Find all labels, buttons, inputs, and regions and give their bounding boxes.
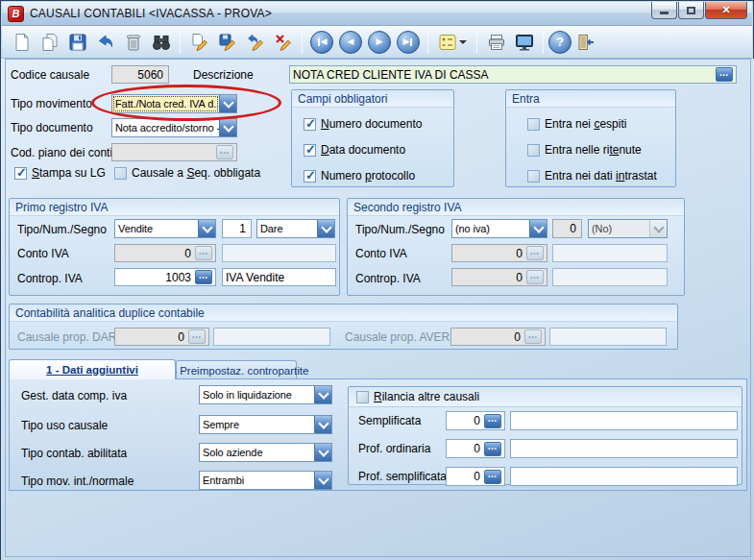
- nav-next-button[interactable]: [368, 31, 391, 54]
- selected-value: (No): [589, 220, 649, 237]
- stampa-su-lg-checkbox[interactable]: Stampa su LG: [14, 166, 106, 180]
- gest-data-comp-iva-select[interactable]: Solo in liquidazione: [199, 385, 332, 404]
- descrizione-value: NOTA CRED CLIENTE IVA DI CASSA: [293, 68, 714, 82]
- descrizione-field[interactable]: NOTA CRED CLIENTE IVA DI CASSA: [289, 65, 737, 84]
- group-title: Contabilità analitica duplice contabile: [10, 304, 677, 322]
- controp-iva-label: Controp. IVA: [17, 272, 83, 285]
- print-preview-button[interactable]: [510, 29, 538, 56]
- prof-semplificata-field[interactable]: 0: [446, 467, 505, 486]
- checkbox-label: Entra nei cespiti: [545, 117, 626, 131]
- toolbar-separator: [180, 31, 181, 54]
- primo-tipo-select[interactable]: Vendite: [114, 219, 216, 238]
- secondo-tipo-select[interactable]: (no iva): [451, 219, 547, 238]
- rilancia-group: Rilancia altre causali Semplificata 0 Pr…: [348, 386, 742, 485]
- causale-dare-field: 0: [114, 328, 209, 346]
- edit-delete-button[interactable]: [269, 29, 297, 56]
- tipo-documento-value: Nota accredito/storno -: [112, 119, 219, 136]
- tipo-num-segno-label: Tipo/Num./Segno: [355, 223, 445, 236]
- campi-obbligatori-group: Campi obbligatori Numero documento Data …: [291, 89, 454, 187]
- checkbox-box: [114, 167, 127, 180]
- causale-avere-field: 0: [450, 328, 546, 346]
- edit-undo-icon: [246, 33, 265, 52]
- checkbox-label: Entra nei dati intrastat: [545, 169, 657, 183]
- entra-intrastat-checkbox[interactable]: Entra nei dati intrastat: [527, 169, 657, 183]
- semplificata-field[interactable]: 0: [446, 411, 505, 430]
- tipo-mov-int-normale-select[interactable]: Entrambi: [199, 471, 332, 490]
- save-button[interactable]: [63, 29, 91, 56]
- checkbox-label: Data documento: [321, 143, 405, 157]
- lookup-dots-button[interactable]: [484, 442, 501, 456]
- primo-controp-field[interactable]: 1003: [114, 268, 216, 286]
- nav-last-icon: [403, 37, 410, 46]
- tab-dati-aggiuntivi[interactable]: 1 - Dati aggiuntivi: [9, 359, 176, 379]
- nav-first-button[interactable]: [310, 31, 333, 54]
- selected-value: Dare: [257, 220, 317, 237]
- checkbox-box: [304, 118, 316, 131]
- list-options-button[interactable]: [433, 29, 472, 56]
- prof-ordinaria-field[interactable]: 0: [446, 439, 505, 458]
- causale-avere-label: Causale prop. AVERE: [345, 330, 457, 344]
- data-documento-checkbox[interactable]: Data documento: [304, 143, 405, 157]
- tipo-contab-abilitata-select[interactable]: Solo aziende: [199, 443, 332, 462]
- chevron-down-icon: [649, 220, 667, 237]
- chevron-down-icon: [459, 40, 467, 44]
- print-button[interactable]: [482, 29, 510, 56]
- selected-value: Solo aziende: [200, 444, 314, 461]
- copy-button[interactable]: [36, 29, 63, 56]
- maximize-button[interactable]: [678, 2, 704, 19]
- field-value: IVA Vendite: [226, 271, 332, 284]
- tipo-documento-select[interactable]: Nota accredito/storno -: [111, 118, 237, 137]
- field-value: 0: [450, 414, 482, 427]
- group-title: Secondo registro IVA: [348, 199, 684, 216]
- nav-previous-button[interactable]: [339, 31, 362, 54]
- causale-seq-checkbox[interactable]: Causale a Seq. obbligata: [114, 166, 260, 180]
- tipo-uso-causale-select[interactable]: Sempre: [199, 415, 332, 434]
- lookup-dots-button[interactable]: [484, 414, 501, 428]
- primo-controp-desc-field: IVA Vendite: [222, 268, 336, 286]
- primo-segno-select[interactable]: Dare: [256, 219, 335, 238]
- codice-causale-field: 5060: [111, 65, 169, 84]
- toolbar-separator: [427, 31, 428, 54]
- save-floppy-icon: [68, 33, 87, 52]
- first-bar-icon: [318, 38, 320, 46]
- prof-semplificata-label: Prof. semplificata: [358, 470, 447, 483]
- selected-value: Sempre: [200, 416, 314, 433]
- exit-button[interactable]: [572, 29, 599, 56]
- toolbar-separator: [543, 31, 544, 54]
- find-button[interactable]: [147, 29, 175, 56]
- delete-button[interactable]: [119, 29, 147, 56]
- binoculars-icon: [152, 33, 171, 52]
- rilancia-header: Rilancia altre causali: [349, 387, 742, 407]
- primo-conto-desc-field: [222, 244, 336, 262]
- toolbar: [2, 26, 752, 59]
- tipo-movimento-select[interactable]: Fatt./Nota cred. IVA d...: [111, 94, 237, 113]
- prof-ordinaria-label: Prof. ordinaria: [358, 442, 430, 455]
- primo-num-field[interactable]: 1: [222, 219, 252, 238]
- edit-save-button[interactable]: [213, 29, 241, 56]
- lookup-dots-button[interactable]: [195, 270, 212, 284]
- entra-ritenute-checkbox[interactable]: Entra nelle ritenute: [527, 143, 642, 157]
- checkbox-box: [527, 170, 540, 183]
- rilancia-checkbox[interactable]: [356, 391, 369, 403]
- new-button[interactable]: [8, 29, 36, 56]
- descrizione-lookup-button[interactable]: [716, 67, 733, 82]
- codice-causale-value: 5060: [115, 68, 165, 82]
- monitor-icon: [515, 33, 534, 52]
- chevron-down-icon: [219, 119, 236, 136]
- close-button[interactable]: [705, 2, 747, 19]
- conto-iva-label: Conto IVA: [355, 247, 407, 260]
- undo-button[interactable]: [91, 29, 119, 56]
- minimize-button[interactable]: [651, 2, 677, 19]
- tab-preimpostaz-contropartite[interactable]: 2 - Preimpostaz. contropartite: [176, 360, 297, 379]
- lookup-dots-button[interactable]: [484, 470, 501, 484]
- nav-last-button[interactable]: [397, 31, 420, 54]
- edit-undo-button[interactable]: [241, 29, 269, 56]
- edit-new-button[interactable]: [185, 29, 213, 56]
- numero-protocollo-checkbox[interactable]: Numero protocollo: [304, 169, 415, 183]
- new-document-icon: [12, 33, 32, 52]
- help-button[interactable]: [548, 31, 572, 54]
- checkbox-label: Stampa su LG: [32, 166, 106, 180]
- entra-cespiti-checkbox[interactable]: Entra nei cespiti: [527, 117, 626, 131]
- field-value: 0: [118, 330, 186, 344]
- numero-documento-checkbox[interactable]: Numero documento: [304, 117, 422, 131]
